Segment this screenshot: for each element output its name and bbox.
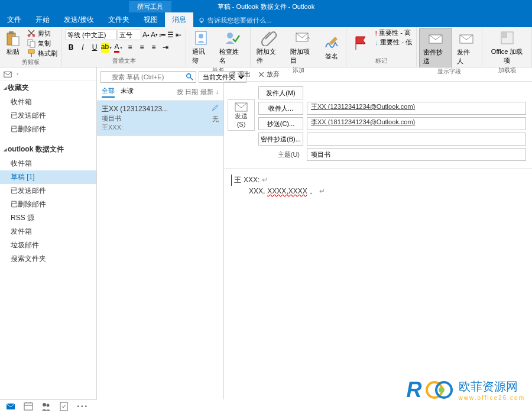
address-book-button[interactable]: 通讯簿 — [189, 28, 215, 66]
brush-icon — [27, 49, 36, 58]
sort-newest[interactable]: 最新 ↓ — [200, 88, 219, 96]
attach-item-icon — [294, 30, 311, 46]
popout-icon — [229, 71, 236, 78]
grow-font-button[interactable]: A▴ — [142, 30, 150, 40]
follow-up-button[interactable] — [349, 28, 372, 57]
nav-item-deleted[interactable]: 已删除邮件 — [0, 122, 96, 136]
signature-icon — [323, 34, 340, 51]
tab-file[interactable]: 文件 — [0, 12, 28, 27]
bcc-field[interactable] — [307, 133, 526, 146]
main-area: ‹ 收藏夹 收件箱 已发送邮件 已删除邮件 outlook 数据文件 收件箱 草… — [0, 67, 532, 399]
from-button[interactable]: 发件人(M) — [258, 86, 303, 99]
popout-button[interactable]: 弹出 — [229, 70, 251, 79]
italic-button[interactable]: I — [77, 42, 88, 53]
font-name-select[interactable] — [66, 30, 116, 40]
importance-low-button[interactable]: ↓重要性 - 低 — [374, 38, 414, 47]
ribbon-group-showfields: 密件抄送 发件人 显示字段 — [417, 27, 482, 67]
text-cursor — [231, 175, 232, 186]
nav-item-sent[interactable]: 已发送邮件 — [0, 109, 96, 122]
font-color-button[interactable]: A — [113, 42, 124, 53]
nav-toolbar: ‹ — [0, 67, 96, 80]
scissors-icon — [27, 28, 36, 38]
bulb-icon — [198, 17, 205, 24]
ribbon-group-tags: !重要性 - 高 ↓重要性 - 低 标记 — [346, 27, 417, 67]
calendar-icon[interactable] — [24, 402, 33, 411]
discard-button[interactable]: 放弃 — [258, 70, 280, 79]
favorites-header[interactable]: 收藏夹 — [0, 80, 96, 95]
check-names-button[interactable]: 检查姓名 — [216, 28, 248, 66]
mail-from: 王XX (1231234123... — [102, 104, 219, 114]
nav-item-deleted2[interactable]: 已删除邮件 — [0, 198, 96, 211]
nav-item-outbox[interactable]: 发件箱 — [0, 225, 96, 238]
indent-button[interactable]: ⇥ — [160, 42, 171, 53]
to-field[interactable]: 王XX (12312341234@Outlook.com) — [307, 102, 526, 115]
contextual-tab-label: 撰写工具 — [129, 1, 171, 12]
outdent-button[interactable]: ⇤ — [176, 30, 182, 40]
send-button[interactable]: 发送 (S) — [228, 99, 255, 131]
mail-date: 无 — [212, 115, 219, 124]
align-left-button[interactable]: ≡ — [125, 42, 135, 53]
bullets-button[interactable]: ≔ — [159, 30, 166, 40]
reading-pane: 弹出 放弃 发送 (S) 发件人(M) — [224, 67, 532, 399]
sort-by-date[interactable]: 按 日期 — [177, 88, 198, 96]
underline-button[interactable]: U — [89, 42, 100, 53]
highlight-button[interactable]: ab — [101, 42, 112, 53]
ribbon-group-names: 通讯簿 检查姓名 姓名 — [186, 27, 251, 67]
paste-icon — [6, 31, 20, 46]
importance-high-button[interactable]: !重要性 - 高 — [374, 28, 414, 37]
align-center-button[interactable]: ≡ — [137, 42, 147, 53]
filter-all[interactable]: 全部 — [102, 86, 115, 98]
filter-unread[interactable]: 未读 — [121, 86, 134, 98]
tasks-icon[interactable] — [59, 402, 69, 411]
address-book-icon — [193, 30, 210, 46]
nav-item-inbox[interactable]: 收件箱 — [0, 95, 96, 109]
attach-file-button[interactable]: 附加文件 — [253, 28, 285, 66]
search-icon[interactable] — [186, 73, 194, 81]
more-icon[interactable]: ··· — [77, 401, 88, 412]
shrink-font-button[interactable]: A▾ — [151, 30, 158, 40]
mail-subject: 项目书 — [102, 114, 219, 123]
search-input[interactable] — [100, 71, 196, 83]
mail-list-item[interactable]: 王XX (1231234123... 项目书 王XXX: 无 — [97, 101, 223, 136]
font-size-select[interactable] — [118, 30, 141, 40]
mail-icon[interactable] — [6, 402, 15, 411]
numbering-button[interactable]: ☰ — [167, 30, 174, 40]
compose-body[interactable]: 王 XXX: ↵ XXX, XXXX,XXXX。 ↵ — [224, 169, 532, 399]
nav-item-searchfolders[interactable]: 搜索文件夹 — [0, 252, 96, 266]
tab-folder[interactable]: 文件夹 — [101, 12, 137, 27]
new-email-icon[interactable] — [4, 70, 12, 78]
nav-item-rss[interactable]: RSS 源 — [0, 211, 96, 225]
signature-button[interactable]: 签名 — [320, 28, 343, 66]
draft-edit-icon — [212, 104, 219, 111]
subject-field[interactable] — [307, 148, 526, 161]
bold-button[interactable]: B — [66, 42, 76, 53]
tell-me-search[interactable]: 告诉我您想要做什么... — [193, 14, 276, 27]
bcc-button[interactable]: 密件抄送(B)... — [258, 133, 303, 146]
bcc-button[interactable]: 密件抄送 — [419, 28, 453, 67]
tab-view[interactable]: 视图 — [137, 12, 165, 27]
office-addins-button[interactable]: Office 加载项 — [485, 28, 529, 66]
cc-field[interactable]: 李XX (18112341234@Outlook.com) — [307, 117, 526, 130]
tab-sendrecv[interactable]: 发送/接收 — [57, 12, 101, 27]
cc-button[interactable]: 抄送(C)... — [258, 117, 303, 130]
svg-point-0 — [200, 18, 203, 21]
nav-item-inbox2[interactable]: 收件箱 — [0, 157, 96, 170]
nav-item-junk[interactable]: 垃圾邮件 — [0, 238, 96, 252]
font-group-label: 普通文本 — [64, 57, 183, 66]
tab-home[interactable]: 开始 — [28, 12, 57, 27]
paste-button[interactable]: 粘贴 — [2, 28, 24, 58]
datafile-header[interactable]: outlook 数据文件 — [0, 142, 96, 157]
format-painter-button[interactable]: 格式刷 — [25, 49, 59, 58]
align-right-button[interactable]: ≡ — [148, 42, 159, 53]
people-icon[interactable] — [41, 402, 51, 411]
nav-item-drafts[interactable]: 草稿 [1] — [0, 170, 96, 184]
attach-item-button[interactable]: 附加项目 — [287, 28, 319, 66]
bcc-icon — [427, 30, 444, 47]
nav-item-sent2[interactable]: 已发送邮件 — [0, 184, 96, 198]
to-button[interactable]: 收件人... — [258, 102, 303, 115]
cut-button[interactable]: 剪切 — [25, 28, 59, 38]
show-from-button[interactable]: 发件人 — [453, 28, 479, 67]
chevron-left-icon[interactable]: ‹ — [17, 70, 18, 77]
tab-message[interactable]: 消息 — [165, 12, 193, 27]
copy-button[interactable]: 复制 — [25, 38, 59, 48]
